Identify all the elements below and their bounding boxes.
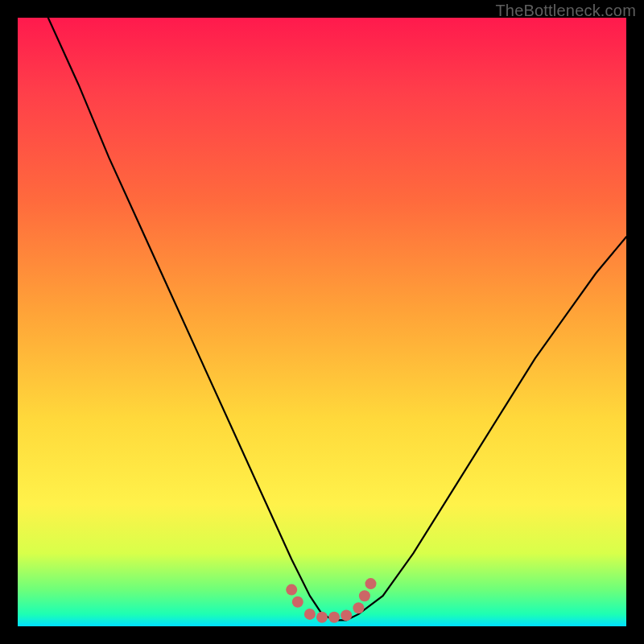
curve-layer	[18, 18, 626, 626]
highlight-dot	[341, 609, 352, 621]
highlight-dots	[286, 578, 376, 623]
highlight-dot	[365, 578, 377, 589]
highlight-dot	[359, 590, 370, 601]
highlight-dot	[328, 612, 340, 623]
bottleneck-curve	[48, 18, 626, 620]
plot-area	[18, 18, 626, 626]
highlight-dot	[353, 602, 364, 613]
highlight-dot	[286, 584, 297, 596]
chart-frame: TheBottleneck.com	[0, 0, 644, 644]
highlight-dot	[316, 612, 328, 623]
highlight-dot	[292, 597, 303, 608]
highlight-dot	[304, 609, 316, 620]
